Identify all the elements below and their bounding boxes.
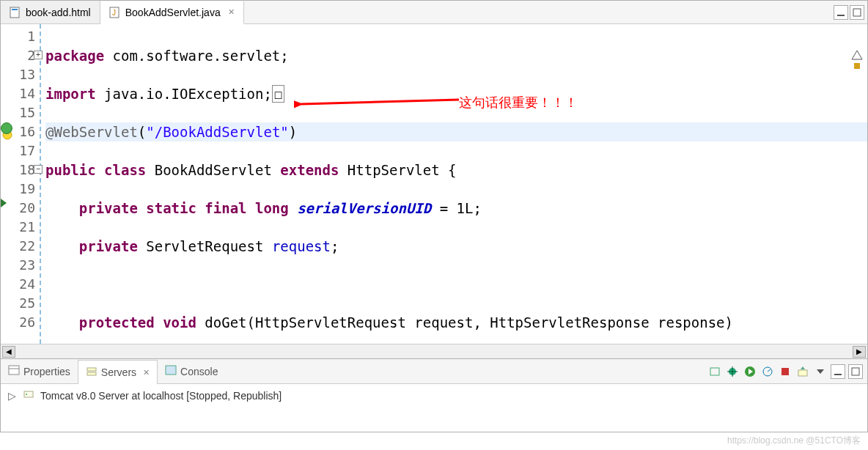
svg-rect-15 (710, 368, 719, 375)
line-number: 1 (27, 29, 35, 44)
svg-rect-28 (852, 368, 859, 375)
svg-rect-10 (9, 366, 19, 375)
close-icon[interactable]: ✕ (228, 7, 235, 17)
horizontal-scrollbar[interactable]: ◀ ▶ (1, 344, 867, 358)
panel-tab-bar: Properties Servers ✕ Console (1, 359, 867, 384)
tab-properties[interactable]: Properties (1, 359, 78, 383)
svg-text:J: J (112, 9, 116, 17)
svg-line-22 (768, 369, 770, 372)
svg-marker-26 (817, 369, 824, 374)
line-number: 15 (19, 105, 35, 120)
line-number: 21 (19, 219, 35, 235)
svg-rect-27 (834, 374, 842, 375)
line-number: 24 (19, 276, 35, 292)
overview-marker[interactable] (854, 63, 860, 69)
servers-icon (86, 366, 98, 380)
html-file-icon (10, 7, 21, 18)
tab-label: book-add.html (26, 7, 91, 18)
publish-server-icon[interactable] (795, 364, 810, 379)
profile-server-icon[interactable] (760, 364, 775, 379)
annotation-text: 这句话很重要！！！ (459, 94, 578, 111)
editor-tab-bar: book-add.html J BookAddServlet.java ✕ (1, 1, 867, 24)
line-number: 17 (19, 143, 35, 158)
line-number: 16 (19, 124, 35, 139)
close-icon[interactable]: ✕ (143, 368, 150, 377)
svg-point-30 (26, 394, 27, 395)
svg-rect-13 (87, 372, 96, 375)
line-gutter: 1 +2 13 14 15 16 17 −18 19 20 21 22 23 2… (1, 24, 41, 344)
java-file-icon: J (109, 7, 121, 18)
console-icon (165, 364, 177, 378)
line-number: 25 (19, 295, 35, 311)
server-label: Tomcat v8.0 Server at localhost [Stopped… (40, 390, 282, 402)
link-server-icon[interactable] (707, 364, 722, 379)
tab-book-add-html[interactable]: book-add.html (1, 1, 100, 23)
tab-servers[interactable]: Servers ✕ (78, 360, 158, 384)
minimize-button[interactable] (834, 5, 848, 20)
debug-server-icon[interactable] (725, 364, 740, 379)
line-number: 20 (19, 200, 35, 215)
maximize-button[interactable] (850, 5, 864, 20)
panel-tab-label: Console (180, 366, 218, 377)
overview-ruler[interactable] (850, 49, 865, 69)
tomcat-server-icon (23, 388, 34, 402)
view-menu-icon[interactable] (813, 364, 828, 379)
tab-label: BookAddServlet.java (125, 7, 221, 18)
scroll-left-button[interactable]: ◀ (2, 346, 15, 358)
maximize-panel-button[interactable] (848, 364, 863, 379)
start-server-icon[interactable] (743, 364, 757, 379)
svg-rect-24 (798, 370, 807, 376)
svg-rect-14 (166, 366, 176, 375)
svg-rect-12 (87, 368, 96, 371)
line-number: 26 (19, 314, 35, 330)
svg-rect-23 (781, 368, 789, 375)
line-number: 14 (19, 86, 35, 101)
minimize-panel-button[interactable] (831, 364, 845, 379)
svg-marker-9 (852, 51, 862, 59)
override-marker-icon (1, 122, 12, 134)
editor-window-controls (831, 1, 867, 23)
line-number: 13 (19, 67, 35, 82)
method-marker-icon (1, 199, 7, 207)
properties-icon (8, 364, 20, 378)
tab-console[interactable]: Console (158, 359, 225, 383)
line-number: 18 (19, 162, 35, 177)
code-area[interactable]: 1 +2 13 14 15 16 17 −18 19 20 21 22 23 2… (1, 24, 867, 344)
editor-area: book-add.html J BookAddServlet.java ✕ 1 … (0, 0, 868, 359)
svg-rect-4 (837, 15, 845, 16)
line-number: 19 (19, 181, 35, 196)
stop-server-icon[interactable] (778, 364, 792, 379)
panel-tab-label: Servers (101, 366, 136, 378)
watermark-text: https://blog.csdn.ne @51CTO博客 (727, 435, 861, 447)
scroll-track[interactable] (15, 346, 853, 358)
line-number: 22 (19, 238, 35, 254)
server-row[interactable]: ▷ Tomcat v8.0 Server at localhost [Stopp… (1, 384, 867, 407)
svg-rect-29 (24, 391, 33, 397)
panel-tab-label: Properties (23, 366, 70, 377)
tab-bookaddservlet-java[interactable]: J BookAddServlet.java ✕ (100, 1, 244, 24)
servers-toolbar (703, 359, 867, 383)
svg-marker-25 (801, 366, 805, 369)
line-number: 23 (19, 257, 35, 273)
code-text[interactable]: package com.software.servlet; import jav… (41, 24, 867, 344)
expand-arrow-icon[interactable]: ▷ (8, 390, 17, 402)
svg-rect-5 (853, 9, 861, 16)
scroll-right-button[interactable]: ▶ (853, 346, 866, 358)
svg-rect-1 (12, 9, 18, 10)
bottom-panel: Properties Servers ✕ Console ▷ Tomcat v8… (0, 359, 868, 432)
